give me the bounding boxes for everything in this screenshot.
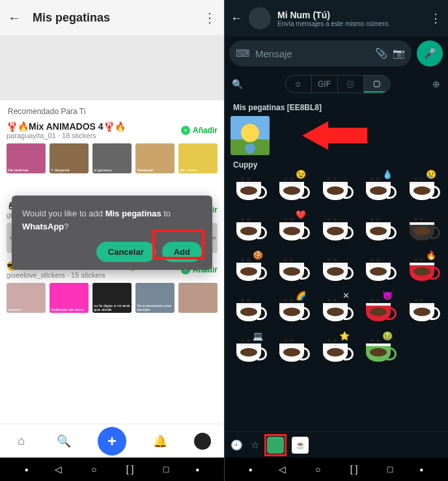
android-navbar: ● ◁ ○ [ ] □ ● [0,458,224,481]
cuppy-sticker[interactable]: 💻 [231,335,267,370]
mic-button[interactable]: 🎤 [417,40,443,66]
android-navbar: ● ◁ ○ [ ] □ ● [224,458,448,481]
pack-sub: paraguayita_01 · 18 stickers [7,132,126,139]
cuppy-sticker[interactable]: 🍪 [231,254,267,289]
sticker-pack: 🦞🔥Mix ANIMADOS 4🦞🔥 paraguayita_01 · 18 s… [7,121,217,173]
mypack-row [231,116,441,155]
search-icon[interactable]: 🔍 [232,79,243,89]
sticker-thumb[interactable]: Y desperté [49,143,89,173]
cuppy-sticker[interactable]: 🌈 [273,295,310,330]
tray-tabs: 🔍 ☺ GIF ㋡ ▢ ⊕ [224,70,448,98]
sticker-thumb[interactable]: si ganamo [92,143,132,173]
cuppy-sticker[interactable] [360,214,397,249]
add-button[interactable]: Add [162,242,202,262]
cuppy-sticker[interactable] [273,335,310,370]
pack-title: 🦞🔥Mix ANIMADOS 4🦞🔥 [7,121,126,132]
tab-sticker[interactable]: ▢ [364,76,390,93]
nav-dot: ● [249,466,253,473]
cuppy-sticker[interactable] [317,214,354,249]
cuppy-sticker[interactable] [360,254,397,289]
cuppy-grid: 😉💧😢❤️🍪🔥🌈✕👿💻⭐🤢 [231,173,441,370]
keyboard-icon[interactable]: ⌨ [236,48,250,59]
cuppy-sticker[interactable]: 🤢 [360,335,397,370]
cuppy-sticker[interactable] [404,295,440,330]
dialog-text: Would you like to add Mis pegatinas to W… [22,207,202,233]
nav-back-icon[interactable]: ◁ [51,464,64,474]
tab-avatar[interactable]: ㋡ [338,76,364,93]
pack-sub: giseelove_stickers · 15 stickers [7,271,135,279]
cancel-button[interactable]: Cancelar [96,242,156,262]
add-sticker-icon[interactable]: ⊕ [432,79,440,89]
nav-home-icon[interactable]: ○ [87,464,100,474]
nav-dot: ● [419,466,423,473]
nav-home-icon[interactable]: ○ [311,464,324,474]
sticker-thumb[interactable]: Ah! mmm [178,143,217,173]
profile-icon[interactable] [194,433,211,450]
favorites-icon[interactable]: ☆ [251,439,259,451]
cuppy-sticker[interactable] [317,173,354,209]
tab-emoji[interactable]: ☺ [286,76,312,93]
nav-overview-icon[interactable]: □ [384,464,397,474]
cuppy-sticker[interactable]: 🔥 [404,254,440,289]
cuppy-sticker[interactable]: 😢 [404,173,440,209]
tray-body: Mis pegatinas [EE8BL8] Cuppy 😉💧😢❤️🍪🔥🌈✕👿💻… [224,98,448,431]
cuppy-sticker[interactable]: ⭐ [317,335,354,370]
back-icon[interactable]: ← [231,12,242,25]
pack-preview-placeholder [0,35,224,100]
home-icon[interactable]: ⌂ [13,433,30,450]
tray-bottom-row: 🕘 ☆ ☕ [224,431,448,458]
message-input[interactable]: ⌨ Mensaje 📎 📷 [229,40,412,66]
sticker-thumb[interactable]: Taleeeee! [135,143,175,173]
chat-header: ← Mi Num (Tú) Envía mensajes a este mism… [224,0,448,36]
sticker-thumb[interactable]: Hablando del amor [49,283,89,313]
pack-thumb-cuppy[interactable]: ☕ [292,437,309,454]
panel-divider [224,0,225,481]
nav-overview-icon[interactable]: □ [160,464,173,474]
sticker-thumb[interactable]: no le digas a mi amá que olvidé [92,283,132,313]
chat-name: Mi Num (Tú) [277,10,423,20]
more-icon[interactable]: ⋮ [203,10,216,25]
cuppy-sticker[interactable]: 😉 [273,173,310,209]
nav-recent-icon[interactable]: [ ] [124,464,137,474]
add-pack-button[interactable]: Añadir [181,126,217,135]
chat-subtitle: Envía mensajes a este mismo número. [277,20,423,27]
nav-back-icon[interactable]: ◁ [275,464,288,474]
mypack-label: Mis pegatinas [EE8BL8] [233,103,441,112]
cuppy-label: Cuppy [233,160,441,169]
camera-icon[interactable]: 📷 [393,48,405,59]
attach-icon[interactable]: 📎 [375,48,387,59]
cuppy-sticker[interactable]: 💧 [360,173,397,209]
whatsapp-chat-screen: ← Mi Num (Tú) Envía mensajes a este mism… [224,0,448,481]
nav-dot: ● [195,466,199,473]
highlight-pack-thumb [264,434,287,456]
sticker-tray: 🔍 ☺ GIF ㋡ ▢ ⊕ Mis pegatinas [EE8BL8] Cup… [224,70,448,458]
back-icon[interactable]: ← [8,10,21,25]
cuppy-sticker[interactable]: ❤️ [273,214,310,249]
custom-sticker[interactable] [231,116,270,155]
cuppy-sticker[interactable]: ✕ [317,295,354,330]
avatar[interactable] [249,7,271,29]
sticker-thumb[interactable]: cosorro [7,283,46,313]
message-placeholder: Mensaje [255,48,370,59]
create-button[interactable]: + [98,427,126,456]
sticker-thumb[interactable]: Yo si encuentro esa canción [135,283,175,313]
sticker-thumb[interactable] [178,283,217,313]
arrow-annotation [302,121,328,150]
nav-recent-icon[interactable]: [ ] [348,464,361,474]
message-bar: ⌨ Mensaje 📎 📷 🎤 [224,36,448,70]
cuppy-sticker[interactable] [231,295,267,330]
whatsapp-icon [181,126,190,135]
cuppy-sticker[interactable] [317,254,354,289]
recent-icon[interactable]: 🕘 [231,439,243,451]
nav-dot: ● [25,466,29,473]
tab-gif[interactable]: GIF [312,76,338,93]
cuppy-sticker[interactable] [231,173,267,209]
cuppy-sticker[interactable] [231,214,267,249]
cuppy-sticker[interactable]: 👿 [360,295,397,330]
more-icon[interactable]: ⋮ [430,11,441,25]
bell-icon[interactable]: 🔔 [152,433,169,450]
sticker-thumb[interactable]: Me lastimas [7,143,46,173]
cuppy-sticker[interactable] [273,254,310,289]
search-icon[interactable]: 🔍 [55,433,72,450]
cuppy-sticker[interactable] [404,214,440,249]
